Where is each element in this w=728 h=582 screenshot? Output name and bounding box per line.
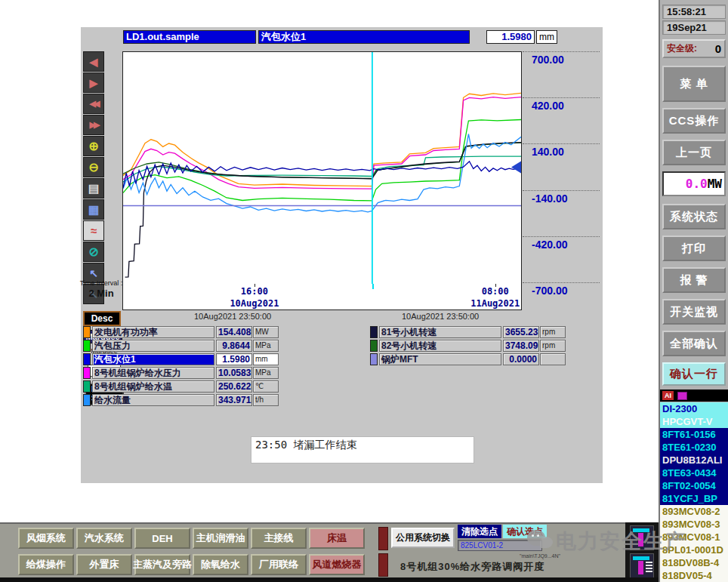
time-interval-block: Time Interval : 2 Min [79,279,123,299]
alarm-filter-icon[interactable] [677,392,687,400]
sidebar: 15:58:21 19Sep21 安全级: 0 菜 单CCS操作上一页 0.0M… [659,0,728,582]
page-right-icon[interactable]: ▶▶ [83,115,104,135]
series-value: 3748.0901 [503,340,539,352]
window-icon[interactable]: ▤ [83,178,104,199]
clock-date: 19Sep21 [662,20,726,35]
nav-button[interactable]: 风烟系统 [18,528,74,549]
legend: 发电机有功功率 154.4088 MW 汽包压力 9.8644 MPa 汽包水位… [83,326,600,409]
trend-source-box[interactable]: LD1.out.sample [123,30,256,44]
sidebar-button[interactable]: 开关监视 [662,299,726,325]
sidebar-button[interactable]: CCS操作 [662,108,726,134]
nav-button[interactable]: 给煤操作 [18,554,74,575]
time-interval-value[interactable]: 2 Min [79,288,123,299]
nav-button[interactable]: 厂用联络 [251,554,307,575]
legend-row[interactable]: 汽包水位1 1.5980 mm [83,353,279,365]
sidebar-button[interactable]: 菜 单 [662,66,726,102]
legend-row[interactable]: 81号小机转速 3655.2332 rpm [370,326,566,338]
series-unit [540,353,566,365]
scroll-right-icon[interactable]: ▶ [83,72,104,93]
x-time: 16:00 [230,286,279,298]
trend-list-app-icon[interactable] [630,553,654,578]
page-left-icon[interactable]: ◀◀ [83,94,104,114]
ack-one-line-button[interactable]: 确认一行 [662,362,726,386]
selected-signal-box[interactable]: 汽包水位1 [258,30,470,44]
clear-point-button[interactable]: 清除选点 [458,525,501,538]
legend-row[interactable]: 汽包压力 9.8644 MPa [83,340,279,352]
security-level-box: 安全级: 0 [662,39,726,58]
nav-button[interactable]: 外置床 [76,554,132,575]
series-name: 8号机组锅炉给水压力 [92,367,214,379]
nav-button[interactable]: 床温 [309,528,365,549]
series-name: 82号小机转速 [379,340,501,352]
alarm-list-item[interactable]: 8TE63-0434 [660,467,728,479]
series-color-swatch [83,380,91,393]
alarm-list-item[interactable]: HPCGVT-V [660,415,728,428]
security-level-value: 0 [715,42,721,55]
zoom-out-icon[interactable]: ⊖ [83,157,104,177]
series-color-swatch [83,394,91,406]
selected-signal-marker [511,161,521,173]
series-color-swatch [370,340,378,352]
sidebar-button[interactable]: 全部确认 [662,331,726,356]
x-axis-label-right: 08:00 11Aug2021 [470,286,520,309]
sidebar-button[interactable]: 上一页 [662,140,726,165]
series-color-swatch [370,326,378,338]
nav-button[interactable]: DEH [134,528,190,549]
nav-button[interactable]: 主蒸汽及旁路 [134,554,190,575]
bottom-nav-row-2: 给煤操作外置床主蒸汽及旁路除氧给水厂用联络风道燃烧器 [18,554,365,575]
alarm-list-item[interactable]: 818DV05-4 [660,569,728,582]
alarm-list: DI-2300HPCGVT-V8FT61-01568TE61-0230DPU8B… [660,402,728,582]
cursor-timestamp-right: 10Aug2021 23:50:00 [402,312,479,321]
y-axis-tick: -700.00 [523,282,600,298]
alarm-list-item[interactable]: DPU8B12ALI [660,454,728,467]
trend-chart [123,52,521,284]
sidebar-button-group-1: 菜 单CCS操作上一页 [662,66,726,165]
desc-button[interactable]: Desc [83,311,121,326]
legend-row[interactable]: 82号小机转速 3748.0901 rpm [370,340,566,352]
zoom-in-icon[interactable]: ⊕ [83,136,104,156]
alarm-list-item[interactable]: 893MCV08-2 [660,505,728,518]
clock-time: 15:58:21 [662,5,726,19]
legend-row[interactable]: 锅炉MFT 0.0000 [370,353,566,365]
nav-button[interactable]: 汽水系统 [76,528,132,549]
watermark-text: 电力安全生产 [556,528,687,555]
x-date: 10Aug2021 [230,298,279,310]
sidebar-button[interactable]: 报 警 [662,267,726,293]
legend-row[interactable]: 给水流量 343.9712 t/h [83,394,279,406]
nav-button[interactable]: 主机润滑油 [193,528,248,549]
trend-titlebar: LD1.out.sample 汽包水位1 1.5980 mm [123,30,557,44]
alarm-list-item[interactable]: 818DV08B-4 [660,556,728,569]
toolbar-icon-grid: ◀▶◀◀▶▶⊕⊖▤▦≈⊘↖↖ [83,51,125,305]
series-name: 给水流量 [92,394,214,406]
series-unit: ℃ [253,380,279,393]
nav-button[interactable]: 除氧给水 [193,554,248,575]
alarm-list-item[interactable]: DI-2300 [660,402,728,415]
wechat-icon [527,530,553,553]
series-name: 汽包水位1 [92,353,214,365]
series-value: 343.9712 [216,394,252,406]
table-icon[interactable]: ▦ [83,199,104,220]
legend-row[interactable]: 发电机有功功率 154.4088 MW [83,326,279,338]
nav-button[interactable]: 主接线 [251,528,307,549]
legend-left-column: 发电机有功功率 154.4088 MW 汽包压力 9.8644 MPa 汽包水位… [83,326,279,406]
common-system-switch-button[interactable]: 公用系统切换 [391,528,455,548]
no-entry-icon[interactable]: ⊘ [83,242,104,262]
series-color-swatch [83,340,91,352]
trend-panel: LD1.out.sample 汽包水位1 1.5980 mm ◀▶◀◀▶▶⊕⊖▤… [81,27,603,483]
alarm-list-item[interactable]: 8FT02-0054 [660,479,728,492]
alarm-list-item[interactable]: 8FT61-0156 [660,428,728,441]
trend-plot-area[interactable] [122,51,522,285]
ai-badge[interactable]: AI [662,391,674,400]
legend-row[interactable]: 8号机组锅炉给水压力 10.0583 MPa [83,367,279,379]
sidebar-button[interactable]: 系统状态 [662,204,726,229]
nav-button[interactable]: 风道燃烧器 [309,554,365,575]
scroll-left-icon[interactable]: ◀ [83,51,104,72]
alarm-list-item[interactable]: 81YCFJ_BP [660,492,728,505]
sidebar-button[interactable]: 打印 [662,236,726,261]
curves-icon[interactable]: ≈ [83,220,104,241]
legend-row[interactable]: 8号机组锅炉给水温 250.6228 ℃ [83,380,279,393]
alarm-list-item[interactable]: 8TE61-0230 [660,441,728,454]
x-axis-label-left: 16:00 10Aug2021 [230,286,279,309]
time-interval-label: Time Interval : [80,279,123,287]
valve-caption: 8号机组30%给水旁路调阀开度 [400,560,544,574]
